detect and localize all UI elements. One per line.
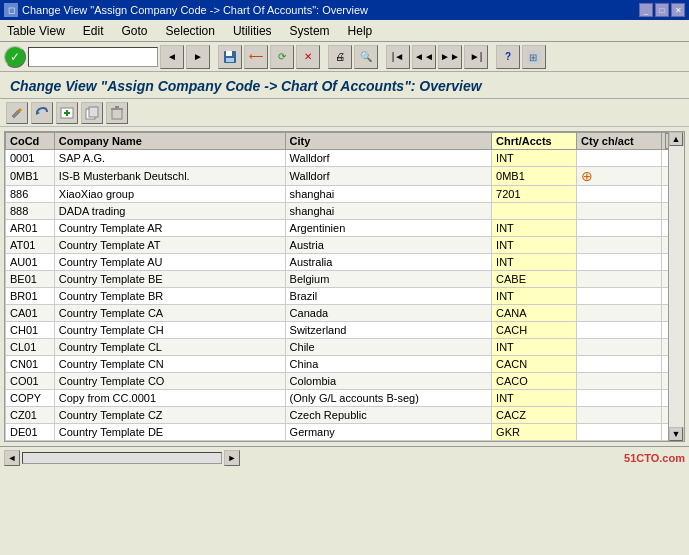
cell-chrt[interactable]: CABE: [492, 271, 577, 288]
cell-cty[interactable]: [577, 254, 662, 271]
nav-prev-button[interactable]: ◄: [160, 45, 184, 69]
forward-button[interactable]: ⟳: [270, 45, 294, 69]
cell-cty[interactable]: [577, 220, 662, 237]
table-row[interactable]: AU01Country Template AUAustraliaINT: [6, 254, 684, 271]
close-button[interactable]: ✕: [671, 3, 685, 17]
menu-tableview[interactable]: Table View: [4, 23, 68, 39]
cell-cty[interactable]: [577, 339, 662, 356]
cell-chrt[interactable]: INT: [492, 237, 577, 254]
maximize-button[interactable]: □: [655, 3, 669, 17]
cell-cty[interactable]: [577, 407, 662, 424]
table-row[interactable]: AT01Country Template ATAustriaINT: [6, 237, 684, 254]
copy-button[interactable]: [81, 102, 103, 124]
title-bar: ◻ Change View "Assign Company Code -> Ch…: [0, 0, 689, 20]
stop-button[interactable]: ✕: [296, 45, 320, 69]
status-bar: ◄ ► 51CTO.com: [0, 446, 689, 468]
cell-cty[interactable]: [577, 271, 662, 288]
cell-company: SAP A.G.: [54, 150, 285, 167]
cell-chrt[interactable]: 7201: [492, 186, 577, 203]
table-row[interactable]: BE01Country Template BEBelgiumCABE: [6, 271, 684, 288]
cell-chrt[interactable]: INT: [492, 288, 577, 305]
table-row[interactable]: CA01Country Template CACanadaCANA: [6, 305, 684, 322]
find-button[interactable]: 🔍: [354, 45, 378, 69]
cell-chrt[interactable]: INT: [492, 339, 577, 356]
cell-chrt[interactable]: 0MB1: [492, 167, 577, 186]
table-row[interactable]: CO01Country Template COColombiaCACO: [6, 373, 684, 390]
back-button[interactable]: ⟵: [244, 45, 268, 69]
delete-button[interactable]: [106, 102, 128, 124]
cell-chrt[interactable]: INT: [492, 390, 577, 407]
menu-help[interactable]: Help: [345, 23, 376, 39]
table-row[interactable]: 0001SAP A.G.WalldorfINT: [6, 150, 684, 167]
nav-next-button[interactable]: ►: [186, 45, 210, 69]
cell-chrt[interactable]: INT: [492, 150, 577, 167]
cell-chrt[interactable]: GKR: [492, 424, 577, 441]
new-row-button[interactable]: [56, 102, 78, 124]
cell-chrt[interactable]: [492, 203, 577, 220]
menu-goto[interactable]: Goto: [119, 23, 151, 39]
settings-icon[interactable]: ⊞: [522, 45, 546, 69]
h-scrollbar[interactable]: [22, 452, 222, 464]
confirm-button[interactable]: ✓: [4, 46, 26, 68]
cell-cty[interactable]: [577, 288, 662, 305]
cell-chrt[interactable]: CACZ: [492, 407, 577, 424]
cell-cty[interactable]: [577, 356, 662, 373]
h-scroll-right-button[interactable]: ►: [224, 450, 240, 466]
scroll-up-button[interactable]: ▲: [669, 132, 683, 146]
cell-chrt[interactable]: CANA: [492, 305, 577, 322]
cell-chrt[interactable]: CACH: [492, 322, 577, 339]
cell-cocd: 886: [6, 186, 55, 203]
table-row[interactable]: 0MB1IS-B Musterbank Deutschl.Walldorf0MB…: [6, 167, 684, 186]
data-table: CoCd Company Name City Chrt/Accts Cty ch…: [5, 132, 684, 441]
horizontal-scroll-area: ◄ ►: [4, 450, 240, 466]
table-row[interactable]: COPYCopy from CC.0001(Only G/L accounts …: [6, 390, 684, 407]
cell-cocd: CN01: [6, 356, 55, 373]
cell-cty[interactable]: [577, 203, 662, 220]
h-scroll-left-button[interactable]: ◄: [4, 450, 20, 466]
minimize-button[interactable]: _: [639, 3, 653, 17]
cell-cocd: BR01: [6, 288, 55, 305]
vertical-scrollbar[interactable]: ▲ ▼: [668, 132, 684, 441]
cell-city: shanghai: [285, 203, 491, 220]
cell-chrt[interactable]: CACN: [492, 356, 577, 373]
table-row[interactable]: 888DADA tradingshanghai: [6, 203, 684, 220]
cell-cty[interactable]: [577, 150, 662, 167]
cell-cty[interactable]: ⊕: [577, 167, 662, 186]
table-row[interactable]: CN01Country Template CNChinaCACN: [6, 356, 684, 373]
cell-cty[interactable]: [577, 237, 662, 254]
table-row[interactable]: DE01Country Template DEGermanyGKR: [6, 424, 684, 441]
prev-page-button[interactable]: ◄◄: [412, 45, 436, 69]
last-button[interactable]: ►|: [464, 45, 488, 69]
menu-system[interactable]: System: [287, 23, 333, 39]
menu-edit[interactable]: Edit: [80, 23, 107, 39]
cell-cty[interactable]: [577, 186, 662, 203]
cell-cty[interactable]: [577, 390, 662, 407]
print-button[interactable]: 🖨: [328, 45, 352, 69]
table-row[interactable]: CL01Country Template CLChileINT: [6, 339, 684, 356]
cell-cty[interactable]: [577, 424, 662, 441]
table-row[interactable]: CZ01Country Template CZCzech RepublicCAC…: [6, 407, 684, 424]
table-row[interactable]: BR01Country Template BRBrazilINT: [6, 288, 684, 305]
cell-cty[interactable]: [577, 322, 662, 339]
help-button[interactable]: ?: [496, 45, 520, 69]
menu-utilities[interactable]: Utilities: [230, 23, 275, 39]
next-page-button[interactable]: ►►: [438, 45, 462, 69]
cell-company: Country Template CL: [54, 339, 285, 356]
table-row[interactable]: AR01Country Template ARArgentinienINT: [6, 220, 684, 237]
table-row[interactable]: CH01Country Template CHSwitzerlandCACH: [6, 322, 684, 339]
command-input[interactable]: [28, 47, 158, 67]
save-button[interactable]: [218, 45, 242, 69]
scroll-down-button[interactable]: ▼: [669, 427, 683, 441]
cell-chrt[interactable]: CACO: [492, 373, 577, 390]
cell-cty[interactable]: [577, 305, 662, 322]
table-row[interactable]: 886XiaoXiao groupshanghai7201: [6, 186, 684, 203]
first-button[interactable]: |◄: [386, 45, 410, 69]
cell-city: Walldorf: [285, 150, 491, 167]
col-header-chrt: Chrt/Accts: [492, 133, 577, 150]
undo-button[interactable]: [31, 102, 53, 124]
edit-pencil-button[interactable]: [6, 102, 28, 124]
cell-chrt[interactable]: INT: [492, 254, 577, 271]
cell-cty[interactable]: [577, 373, 662, 390]
menu-selection[interactable]: Selection: [163, 23, 218, 39]
cell-chrt[interactable]: INT: [492, 220, 577, 237]
